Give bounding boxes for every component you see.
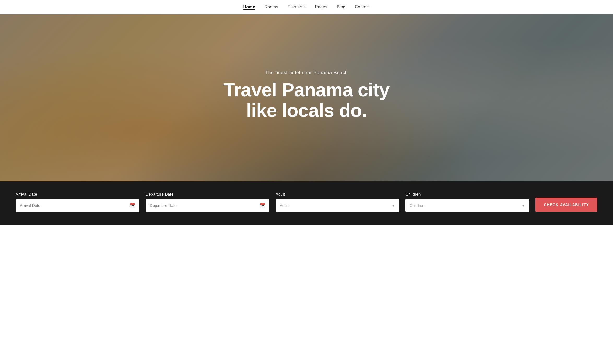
departure-date-input[interactable] [146,199,269,212]
nav-link-pages[interactable]: Pages [315,5,327,9]
departure-date-input-wrap: 📅 [146,199,269,212]
hero-title: Travel Panama city like locals do. [61,80,552,121]
nav-link-blog[interactable]: Blog [337,5,345,9]
children-field: Children Children 0 Children 1 Child 2 C… [405,192,529,212]
hero-title-line1: Travel Panama city [223,79,389,100]
children-select[interactable]: Children 0 Children 1 Child 2 Children 3… [405,199,529,212]
hero-content: The finest hotel near Panama Beach Trave… [61,70,552,121]
arrival-date-label: Arrival Date [16,192,139,196]
departure-date-label: Departure Date [146,192,269,196]
arrival-date-field: Arrival Date 📅 [16,192,139,212]
nav-item-home[interactable]: Home [243,5,255,9]
adult-label: Adult [276,192,399,196]
hero-title-line2: like locals do. [246,100,367,121]
nav-link-home[interactable]: Home [243,5,255,9]
adult-field: Adult Adult 1 Adult 2 Adults 3 Adults 4 … [276,192,399,212]
nav-link-rooms[interactable]: Rooms [264,5,278,9]
nav-link-contact[interactable]: Contact [355,5,370,9]
check-availability-button[interactable]: CHECK AVAILABILITY [535,198,597,212]
adult-select-wrap: Adult 1 Adult 2 Adults 3 Adults 4 Adults… [276,199,399,212]
arrival-date-input[interactable] [16,199,139,212]
nav-item-rooms[interactable]: Rooms [264,5,278,9]
children-select-wrap: Children 0 Children 1 Child 2 Children 3… [405,199,529,212]
booking-bar: Arrival Date 📅 Departure Date 📅 Adult Ad… [0,181,613,225]
hero-subtitle: The finest hotel near Panama Beach [61,70,552,75]
nav-item-pages[interactable]: Pages [315,5,327,9]
hero-section: The finest hotel near Panama Beach Trave… [0,14,613,181]
arrival-date-input-wrap: 📅 [16,199,139,212]
adult-select[interactable]: Adult 1 Adult 2 Adults 3 Adults 4 Adults [276,199,399,212]
children-label: Children [405,192,529,196]
nav-item-blog[interactable]: Blog [337,5,345,9]
nav-item-elements[interactable]: Elements [288,5,306,9]
nav-item-contact[interactable]: Contact [355,5,370,9]
navbar: Home Rooms Elements Pages Blog Contact [0,0,613,14]
nav-links: Home Rooms Elements Pages Blog Contact [243,5,370,9]
nav-link-elements[interactable]: Elements [288,5,306,9]
departure-date-field: Departure Date 📅 [146,192,269,212]
